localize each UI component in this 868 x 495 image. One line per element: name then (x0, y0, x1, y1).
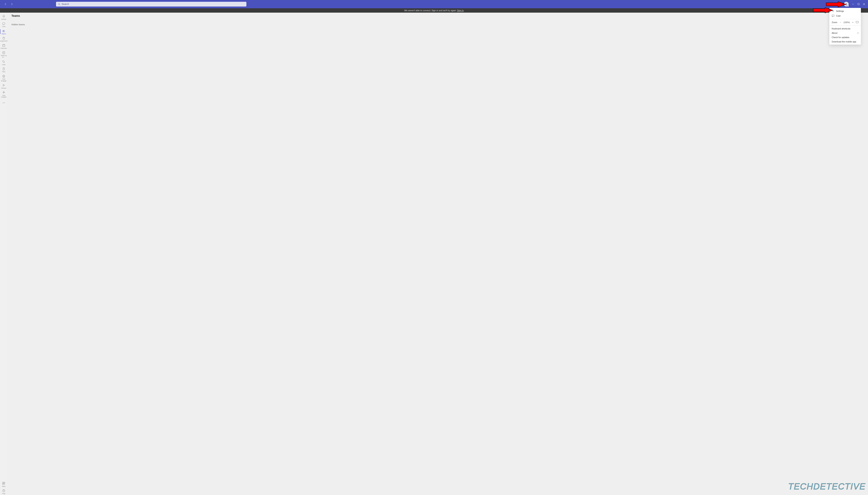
sparkle-icon (2, 91, 5, 94)
rail-files[interactable]: Files (0, 66, 7, 73)
menu-check-updates[interactable]: Check for updates (829, 35, 861, 39)
more-options-button[interactable] (837, 1, 843, 7)
menu-shortcuts-label: Keyboard shortcuts (832, 28, 850, 30)
close-window-button[interactable] (861, 1, 867, 7)
settings-dropdown: Settings Cast Zoom − (100%) + Keyboard s… (829, 8, 861, 45)
rail-label: Help (2, 493, 5, 495)
rail-apps[interactable]: Apps (0, 480, 7, 488)
banner-sign-in-link[interactable]: Sign in (457, 9, 464, 12)
svg-point-11 (3, 76, 3, 76)
bag-icon (2, 36, 5, 40)
rail-tasks[interactable]: Tasks by Pl… (0, 50, 7, 59)
rail-chat[interactable]: Chat (0, 21, 7, 28)
svg-rect-16 (3, 482, 3, 483)
svg-point-1 (838, 4, 839, 4)
menu-cast[interactable]: Cast (829, 13, 861, 18)
rail-activity[interactable]: Activity (0, 13, 7, 21)
play-icon (2, 84, 5, 87)
fullscreen-icon (856, 21, 858, 23)
titlebar: Search (0, 0, 868, 8)
rail-label: Apps (2, 485, 5, 487)
file-icon (2, 67, 5, 71)
svg-rect-8 (3, 45, 5, 47)
rail-calendar[interactable]: Calendar (0, 42, 7, 50)
rail-more-button[interactable] (0, 100, 7, 105)
menu-settings[interactable]: Settings (829, 9, 861, 13)
profile-button[interactable] (844, 2, 849, 6)
nav-back-button[interactable] (3, 1, 8, 7)
hidden-teams-label: Hidden teams (12, 23, 25, 25)
rail-assignments[interactable]: Assignments (0, 35, 7, 42)
rail-label: Assignments (0, 40, 8, 42)
minimize-icon (852, 3, 854, 5)
zoom-in-button[interactable]: + (851, 21, 855, 23)
rail-stream[interactable]: Stream (0, 82, 7, 90)
svg-point-10 (3, 75, 5, 78)
gear-icon (832, 10, 834, 13)
rail-viva-engage[interactable]: Viva Engage (0, 73, 7, 82)
app-body: Activity Chat Teams Assignments Calendar… (0, 13, 868, 495)
menu-about-label: About (832, 32, 837, 34)
rail-label: Viva Insights (0, 95, 7, 98)
maximize-button[interactable] (856, 1, 861, 7)
menu-about[interactable]: About (829, 31, 861, 35)
rail-label: Teams (1, 33, 6, 35)
teams-icon (2, 29, 5, 33)
search-input[interactable]: Search (56, 2, 246, 6)
svg-point-12 (4, 76, 4, 76)
apps-icon (2, 482, 5, 485)
chevron-right-icon (857, 32, 859, 34)
zoom-out-button[interactable]: − (839, 21, 843, 23)
svg-rect-5 (858, 3, 859, 5)
menu-keyboard-shortcuts[interactable]: Keyboard shortcuts (829, 27, 861, 31)
bell-icon (2, 15, 5, 18)
svg-rect-17 (4, 482, 5, 483)
ellipsis-icon (838, 3, 841, 5)
svg-point-7 (4, 30, 5, 31)
rail-viva-insights[interactable]: Viva Insights (0, 90, 7, 99)
main-content: Teams Hidden teams (7, 13, 868, 495)
connect-banner: We weren't able to connect. Sign in and … (0, 8, 868, 13)
rail-help[interactable]: Help (0, 488, 7, 495)
rail-label: Calendar (1, 48, 7, 49)
svg-point-3 (840, 4, 840, 4)
svg-point-21 (833, 11, 833, 12)
zoom-label: Zoom (832, 21, 839, 23)
app-rail: Activity Chat Teams Assignments Calendar… (0, 13, 7, 495)
svg-point-0 (58, 3, 60, 5)
help-icon (2, 489, 5, 492)
rail-calls[interactable]: Calls (0, 59, 7, 66)
svg-point-6 (3, 30, 3, 31)
rail-teams[interactable]: Teams (0, 28, 7, 35)
watermark: TECHDETECTIVE (788, 482, 866, 492)
page-title: Teams (12, 14, 20, 17)
chevron-left-icon (4, 3, 7, 5)
minimize-button[interactable] (850, 1, 856, 7)
chat-icon (2, 22, 5, 25)
rail-label: Activity (1, 19, 6, 20)
svg-rect-9 (3, 52, 5, 54)
svg-point-14 (3, 103, 4, 103)
community-icon (2, 74, 5, 78)
rail-label: Tasks by Pl… (0, 55, 7, 58)
phone-icon (2, 60, 5, 64)
nav-forward-button[interactable] (9, 1, 15, 7)
menu-zoom: Zoom − (100%) + (829, 20, 861, 25)
zoom-fullscreen-button[interactable] (856, 21, 858, 24)
rail-label: Calls (2, 64, 5, 66)
svg-rect-22 (832, 15, 834, 16)
presence-dot (847, 5, 849, 7)
banner-text: We weren't able to connect. Sign in and … (404, 9, 457, 12)
svg-point-15 (4, 103, 5, 103)
svg-rect-18 (3, 483, 3, 484)
menu-cast-label: Cast (836, 15, 840, 17)
menu-download-app[interactable]: Download the mobile app (829, 39, 861, 44)
svg-point-4 (846, 3, 847, 4)
ellipsis-icon (2, 101, 5, 104)
rail-label: Chat (2, 26, 5, 28)
rail-label: Files (2, 71, 5, 73)
rail-label: Stream (1, 87, 6, 89)
chevron-right-icon (11, 3, 13, 5)
rail-label: Viva Engage (0, 78, 7, 82)
menu-check-updates-label: Check for updates (832, 36, 849, 38)
